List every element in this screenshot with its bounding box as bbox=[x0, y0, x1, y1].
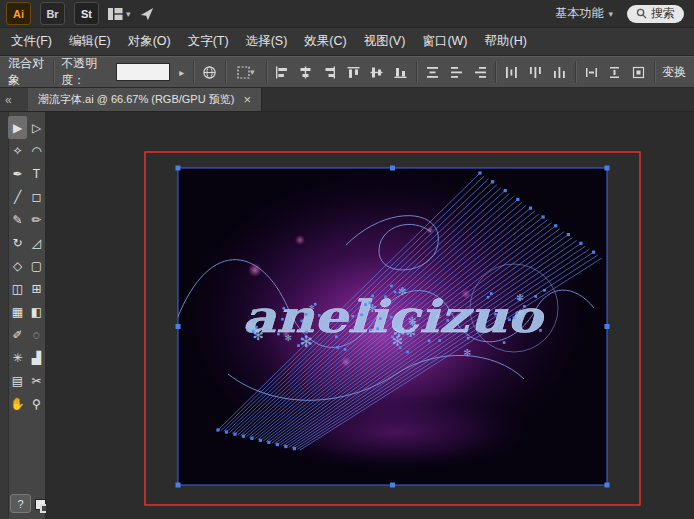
align-horizontal-center-button[interactable] bbox=[297, 62, 314, 82]
collapse-panel-icon: « bbox=[5, 93, 12, 107]
horizontal-space-button[interactable] bbox=[583, 62, 600, 82]
menu-bar: 文件(F) 编辑(E) 对象(O) 文字(T) 选择(S) 效果(C) 视图(V… bbox=[0, 28, 694, 56]
pen-tool[interactable]: ✒ bbox=[8, 162, 27, 185]
tab-close-icon[interactable]: × bbox=[243, 93, 251, 106]
stock-button[interactable]: St bbox=[74, 2, 99, 25]
divider bbox=[416, 61, 417, 83]
document-tab[interactable]: 潮流字体.ai @ 66.67% (RGB/GPU 预览) × bbox=[28, 88, 262, 111]
divider bbox=[654, 61, 655, 83]
hand-tool[interactable]: ✋ bbox=[8, 392, 27, 415]
align-right-button[interactable] bbox=[321, 62, 338, 82]
distribute-top-button[interactable] bbox=[424, 62, 441, 82]
tools-panel: ▶ ▷ ✧ ◠ ✒ T ╱ ◻ ✎ ✏ ↻ ◿ ◇ ▢ ◫ ⊞ ▦ ◧ ✐ ◌ … bbox=[0, 112, 46, 519]
arrange-documents-button[interactable]: ▾ bbox=[108, 8, 131, 20]
free-transform-tool[interactable]: ▢ bbox=[27, 254, 46, 277]
divider bbox=[495, 61, 496, 83]
select-similar-icon bbox=[237, 66, 250, 79]
search-icon bbox=[636, 8, 647, 19]
workspace-switcher[interactable]: 基本功能 ▾ bbox=[555, 5, 613, 22]
align-vertical-center-icon bbox=[370, 66, 383, 79]
artboard-svg[interactable]: ✻✻✻✻✻✻✻✻✻✻✻✻✻✻✻✻ anelicizuo bbox=[46, 112, 694, 519]
menu-effect[interactable]: 效果(C) bbox=[304, 33, 346, 50]
transform-panel-label[interactable]: 变换 bbox=[662, 64, 686, 81]
tools-grid: ▶ ▷ ✧ ◠ ✒ T ╱ ◻ ✎ ✏ ↻ ◿ ◇ ▢ ◫ ⊞ ▦ ◧ ✐ ◌ … bbox=[8, 116, 46, 415]
menu-object[interactable]: 对象(O) bbox=[128, 33, 171, 50]
distribute-horizontal-center-button[interactable] bbox=[527, 62, 544, 82]
align-left-button[interactable] bbox=[274, 62, 291, 82]
document-tab-bar: « 潮流字体.ai @ 66.67% (RGB/GPU 预览) × bbox=[0, 88, 694, 112]
app-bar: Ai Br St ▾ 基本功能 ▾ 搜索 bbox=[0, 0, 694, 28]
align-top-icon bbox=[347, 66, 360, 79]
shape-builder-tool[interactable]: ◫ bbox=[8, 277, 27, 300]
menu-edit[interactable]: 编辑(E) bbox=[69, 33, 111, 50]
chevron-down-icon: ▾ bbox=[608, 9, 613, 19]
align-to-selection-button[interactable] bbox=[630, 62, 647, 82]
direct-selection-tool[interactable]: ▷ bbox=[27, 116, 46, 139]
divider bbox=[225, 61, 226, 83]
paintbrush-tool[interactable]: ✎ bbox=[8, 208, 27, 231]
mesh-tool[interactable]: ▦ bbox=[8, 300, 27, 323]
width-tool[interactable]: ◇ bbox=[8, 254, 27, 277]
menu-file[interactable]: 文件(F) bbox=[11, 33, 52, 50]
artwork-text[interactable]: anelicizuo bbox=[242, 291, 545, 342]
canvas-area[interactable]: ✻✻✻✻✻✻✻✻✻✻✻✻✻✻✻✻ anelicizuo bbox=[46, 112, 694, 519]
align-to-selection-icon bbox=[632, 66, 645, 79]
opacity-input[interactable] bbox=[116, 63, 170, 81]
eyedropper-tool[interactable]: ✐ bbox=[8, 323, 27, 346]
menu-type[interactable]: 文字(T) bbox=[188, 33, 229, 50]
share-button[interactable] bbox=[140, 7, 154, 21]
menu-select[interactable]: 选择(S) bbox=[246, 33, 288, 50]
document-setup-button[interactable] bbox=[201, 62, 218, 82]
lasso-tool[interactable]: ◠ bbox=[27, 139, 46, 162]
pencil-tool[interactable]: ✏ bbox=[27, 208, 46, 231]
selection-type-label: 混合对象 bbox=[8, 56, 46, 88]
svg-text:✻: ✻ bbox=[463, 347, 471, 358]
menu-window[interactable]: 窗口(W) bbox=[422, 33, 467, 50]
bridge-button[interactable]: Br bbox=[40, 2, 65, 25]
toolbar-bottom-cluster: ? bbox=[10, 494, 49, 513]
distribute-vertical-center-button[interactable] bbox=[448, 62, 465, 82]
divider bbox=[575, 61, 576, 83]
search-input[interactable]: 搜索 bbox=[627, 5, 684, 23]
symbol-sprayer-tool[interactable]: ✳ bbox=[8, 346, 27, 369]
scale-tool[interactable]: ◿ bbox=[27, 231, 46, 254]
globe-icon bbox=[202, 65, 217, 80]
gradient-tool[interactable]: ◧ bbox=[27, 300, 46, 323]
align-bottom-button[interactable] bbox=[392, 62, 409, 82]
menu-help[interactable]: 帮助(H) bbox=[485, 33, 527, 50]
rectangle-tool[interactable]: ◻ bbox=[27, 185, 46, 208]
magic-wand-tool[interactable]: ✧ bbox=[8, 139, 27, 162]
selection-tool[interactable]: ▶ bbox=[8, 116, 27, 139]
distribute-horizontal-center-icon bbox=[529, 66, 542, 79]
artboard-tool[interactable]: ▤ bbox=[8, 369, 27, 392]
align-right-icon bbox=[323, 66, 336, 79]
column-graph-tool[interactable]: ▟ bbox=[27, 346, 46, 369]
distribute-left-button[interactable] bbox=[503, 62, 520, 82]
distribute-right-button[interactable] bbox=[551, 62, 568, 82]
document-tab-title: 潮流字体.ai @ 66.67% (RGB/GPU 预览) bbox=[38, 92, 234, 107]
control-bar: 混合对象 不透明度： ▸ ▾ 变换 bbox=[0, 56, 694, 88]
type-tool[interactable]: T bbox=[27, 162, 46, 185]
help-button[interactable]: ? bbox=[10, 494, 31, 513]
distribute-right-icon bbox=[553, 66, 566, 79]
align-top-button[interactable] bbox=[345, 62, 362, 82]
align-horizontal-center-icon bbox=[299, 66, 312, 79]
zoom-tool[interactable]: ⚲ bbox=[27, 392, 46, 415]
vertical-space-button[interactable] bbox=[607, 62, 624, 82]
blend-tool[interactable]: ◌ bbox=[27, 323, 46, 346]
rotate-tool[interactable]: ↻ bbox=[8, 231, 27, 254]
slice-tool[interactable]: ✂ bbox=[27, 369, 46, 392]
menu-view[interactable]: 视图(V) bbox=[364, 33, 406, 50]
align-vertical-center-button[interactable] bbox=[369, 62, 386, 82]
line-segment-tool[interactable]: ╱ bbox=[8, 185, 27, 208]
app-bar-right: 基本功能 ▾ 搜索 bbox=[555, 5, 688, 23]
toolbar-collapse-button[interactable]: « bbox=[0, 88, 28, 111]
arrange-documents-icon bbox=[108, 8, 123, 20]
horizontal-space-icon bbox=[585, 66, 598, 79]
align-bottom-icon bbox=[394, 66, 407, 79]
select-similar-button[interactable]: ▾ bbox=[233, 62, 259, 82]
perspective-grid-tool[interactable]: ⊞ bbox=[27, 277, 46, 300]
divider bbox=[53, 61, 54, 83]
opacity-flyout-arrow[interactable]: ▸ bbox=[177, 67, 186, 78]
distribute-bottom-button[interactable] bbox=[472, 62, 489, 82]
